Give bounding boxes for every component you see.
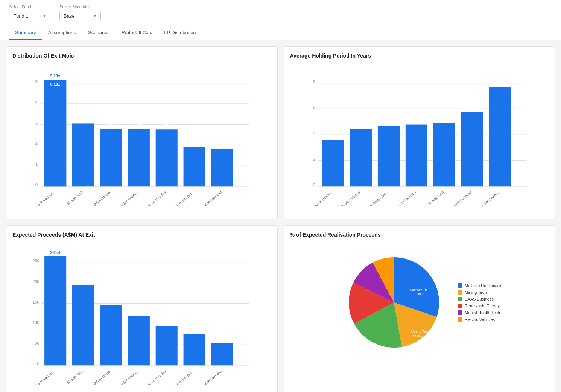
svg-text:Online Learning: Online Learning <box>201 369 222 385</box>
svg-text:Mental Health Tec...: Mental Health Tec... <box>168 190 195 206</box>
svg-text:3.56: 3.56 <box>329 134 337 138</box>
top-bar: Select Fund Fund 1 ▼ Select Scenarios Ba… <box>0 0 561 40</box>
svg-text:1.82x: 1.82x <box>217 143 227 147</box>
chart2-title: Average Holding Period In Years <box>290 53 549 59</box>
svg-rect-48 <box>350 129 372 186</box>
svg-text:100: 100 <box>33 320 40 325</box>
svg-text:50: 50 <box>35 341 40 345</box>
chart3-title: Expected Proceeds (A$M) At Exit <box>12 232 271 238</box>
tab-waterfall-calc[interactable]: Waterfall Calc <box>116 26 158 40</box>
svg-rect-25 <box>184 147 205 186</box>
legend-color-mental <box>458 310 462 315</box>
svg-rect-54 <box>433 123 455 186</box>
svg-text:4.92: 4.92 <box>440 117 448 121</box>
svg-rect-50 <box>377 126 399 186</box>
svg-text:5: 5 <box>35 79 38 84</box>
svg-text:4.68: 4.68 <box>385 120 392 124</box>
chart-expected-proceeds: Expected Proceeds (A$M) At Exit 0 50 100… <box>6 225 278 392</box>
svg-text:3: 3 <box>35 120 38 125</box>
fund-selector-group: Select Fund Fund 1 ▼ <box>9 5 50 21</box>
fund-label: Select Fund <box>9 5 50 9</box>
tab-assumptions[interactable]: Assumptions <box>42 26 82 40</box>
svg-text:1: 1 <box>35 161 38 166</box>
svg-rect-23 <box>156 129 178 186</box>
chart3-container: 0 50 100 150 200 250 264.4 <box>12 242 271 385</box>
svg-rect-56 <box>461 112 483 186</box>
svg-text:3.03x: 3.03x <box>78 117 88 122</box>
legend-label-mining: Mining Tech <box>465 290 487 295</box>
svg-text:Mining Tech: Mining Tech <box>411 330 429 333</box>
svg-rect-52 <box>405 125 427 187</box>
svg-text:SAAS Business: SAAS Business <box>90 190 111 206</box>
svg-text:Multisite He...: Multisite He... <box>410 288 431 292</box>
tab-summary[interactable]: Summary <box>9 26 42 40</box>
svg-text:30.2: 30.2 <box>417 292 424 296</box>
chart3-svg: 0 50 100 150 200 250 264.4 <box>12 242 271 385</box>
svg-text:Online Learning: Online Learning <box>395 190 417 206</box>
legend-label-multisite: Multisite Healthcare <box>465 283 501 288</box>
pie-section: Multisite He... 30.2 Mining Tech 17.0% M… <box>290 242 549 363</box>
svg-rect-85 <box>184 334 205 365</box>
svg-text:Electric Vehicles: Electric Vehicles <box>338 190 361 206</box>
legend-item-saas: SAAS Business <box>458 297 501 301</box>
scenario-dropdown[interactable]: Base ▼ <box>59 11 101 21</box>
chart-holding-period: Average Holding Period In Years 0 2 4 6 … <box>284 46 555 219</box>
legend-item-electric: Electric Vehicles <box>458 317 501 322</box>
svg-text:5.73: 5.73 <box>468 106 476 111</box>
scenario-value: Base <box>64 13 75 19</box>
svg-text:SAAS Business: SAAS Business <box>450 190 472 206</box>
legend-item-renewable: Renewable Energy <box>458 304 501 308</box>
svg-text:0: 0 <box>313 182 315 187</box>
svg-text:Mining Tech: Mining Tech <box>66 190 84 205</box>
svg-text:Mental Health Tec...: Mental Health Tec... <box>362 190 389 206</box>
svg-rect-46 <box>322 140 344 186</box>
chart1-svg: 0 1 2 3 4 5 5.18x 5.18x 5.1 <box>12 63 271 206</box>
legend-item-mental: Mental Health Tech <box>458 310 501 315</box>
svg-text:Mining Tech: Mining Tech <box>66 369 84 384</box>
svg-rect-84 <box>156 326 178 366</box>
svg-text:4.8: 4.8 <box>413 118 419 123</box>
svg-text:2: 2 <box>313 156 315 161</box>
legend-color-mining <box>458 290 462 295</box>
scenario-selector-group: Select Scenarios Base ▼ <box>59 5 101 21</box>
scenario-label: Select Scenarios <box>59 5 101 9</box>
svg-text:Electric Vehicles: Electric Vehicles <box>144 369 167 385</box>
svg-text:0: 0 <box>35 182 38 187</box>
svg-rect-79 <box>44 256 66 365</box>
svg-rect-82 <box>100 305 122 365</box>
fund-value: Fund 1 <box>13 13 28 19</box>
svg-text:Renewable Energ...: Renewable Energ... <box>113 190 139 206</box>
svg-text:2: 2 <box>35 141 38 146</box>
svg-text:Mental Health Tec...: Mental Health Tec... <box>168 369 195 385</box>
svg-text:Renewable Energ...: Renewable Energ... <box>473 190 500 206</box>
tab-lp-distribution[interactable]: LP Distribution <box>158 26 202 40</box>
svg-text:2.78x: 2.78x <box>134 123 144 128</box>
chart4-title: % of Expected Realisation Proceeds <box>290 232 549 238</box>
svg-text:Multisite Healthcar...: Multisite Healthcar... <box>306 190 333 206</box>
svg-text:4.42: 4.42 <box>357 123 365 128</box>
svg-text:1.89x: 1.89x <box>189 141 199 146</box>
svg-text:4: 4 <box>313 131 315 135</box>
main-content: Distribution Of Exit Moic 0 1 2 3 4 5 <box>0 40 561 392</box>
selectors-row: Select Fund Fund 1 ▼ Select Scenarios Ba… <box>9 5 552 26</box>
svg-rect-83 <box>128 316 150 365</box>
svg-text:8: 8 <box>313 79 315 84</box>
chart-realisation-proceeds: % of Expected Realisation Proceeds <box>284 225 555 392</box>
svg-text:2.79x: 2.79x <box>106 123 116 127</box>
chevron-down-icon: ▼ <box>93 14 97 18</box>
chart1-container: 0 1 2 3 4 5 5.18x 5.18x 5.1 <box>12 63 271 206</box>
chart1-title: Distribution Of Exit Moic <box>12 53 271 59</box>
svg-rect-86 <box>211 343 233 365</box>
svg-rect-27 <box>211 149 233 186</box>
svg-text:150: 150 <box>33 300 40 304</box>
legend-label-mental: Mental Health Tech <box>465 310 500 315</box>
legend-label-saas: SAAS Business <box>465 297 494 301</box>
svg-rect-81 <box>72 285 94 365</box>
fund-dropdown[interactable]: Fund 1 ▼ <box>9 11 50 21</box>
svg-text:0: 0 <box>37 362 40 366</box>
svg-rect-58 <box>489 87 511 186</box>
legend-item-multisite: Multisite Healthcare <box>458 283 501 288</box>
tab-scenarios[interactable]: Scenarios <box>82 26 116 40</box>
svg-rect-19 <box>100 129 122 186</box>
chart-exit-moic: Distribution Of Exit Moic 0 1 2 3 4 5 <box>6 46 278 219</box>
